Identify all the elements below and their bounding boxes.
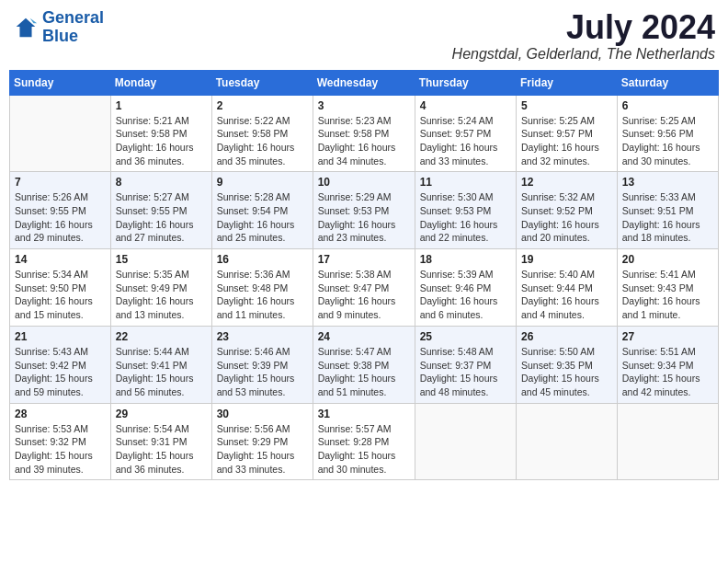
- day-number: 26: [521, 330, 612, 343]
- header-wednesday: Wednesday: [313, 70, 415, 95]
- day-cell: 22Sunrise: 5:44 AM Sunset: 9:41 PM Dayli…: [110, 326, 211, 403]
- day-number: 21: [15, 330, 106, 343]
- day-cell: 6Sunrise: 5:25 AM Sunset: 9:56 PM Daylig…: [617, 95, 718, 172]
- day-info: Sunrise: 5:25 AM Sunset: 9:56 PM Dayligh…: [622, 114, 713, 168]
- day-number: 7: [15, 176, 106, 189]
- day-cell: 25Sunrise: 5:48 AM Sunset: 9:37 PM Dayli…: [415, 326, 516, 403]
- day-info: Sunrise: 5:46 AM Sunset: 9:39 PM Dayligh…: [217, 345, 308, 399]
- header-thursday: Thursday: [415, 70, 516, 95]
- page-header: General Blue July 2024 Hengstdal, Gelder…: [9, 9, 719, 63]
- week-row-2: 14Sunrise: 5:34 AM Sunset: 9:50 PM Dayli…: [10, 249, 719, 327]
- day-info: Sunrise: 5:34 AM Sunset: 9:50 PM Dayligh…: [15, 268, 106, 322]
- day-number: 19: [521, 253, 612, 266]
- day-number: 14: [15, 253, 106, 266]
- day-cell: 18Sunrise: 5:39 AM Sunset: 9:46 PM Dayli…: [415, 249, 516, 327]
- logo-line2: Blue: [42, 27, 78, 45]
- day-info: Sunrise: 5:44 AM Sunset: 9:41 PM Dayligh…: [116, 345, 207, 399]
- week-row-0: 1Sunrise: 5:21 AM Sunset: 9:58 PM Daylig…: [10, 95, 719, 172]
- day-number: 12: [521, 176, 612, 189]
- day-number: 18: [420, 253, 511, 266]
- header-friday: Friday: [517, 70, 618, 95]
- day-cell: 30Sunrise: 5:56 AM Sunset: 9:29 PM Dayli…: [211, 403, 313, 480]
- day-info: Sunrise: 5:53 AM Sunset: 9:32 PM Dayligh…: [15, 422, 106, 477]
- day-number: 8: [116, 176, 207, 189]
- day-number: 4: [420, 99, 511, 112]
- day-number: 5: [521, 99, 612, 112]
- day-number: 27: [622, 330, 713, 343]
- day-cell: 24Sunrise: 5:47 AM Sunset: 9:38 PM Dayli…: [313, 326, 415, 403]
- day-info: Sunrise: 5:35 AM Sunset: 9:49 PM Dayligh…: [116, 268, 207, 322]
- day-cell: 28Sunrise: 5:53 AM Sunset: 9:32 PM Dayli…: [10, 403, 111, 480]
- day-info: Sunrise: 5:22 AM Sunset: 9:58 PM Dayligh…: [217, 114, 308, 168]
- day-number: 16: [217, 253, 308, 266]
- week-row-1: 7Sunrise: 5:26 AM Sunset: 9:55 PM Daylig…: [10, 172, 719, 249]
- day-number: 24: [318, 330, 410, 343]
- day-cell: 1Sunrise: 5:21 AM Sunset: 9:58 PM Daylig…: [110, 95, 211, 172]
- day-cell: 10Sunrise: 5:29 AM Sunset: 9:53 PM Dayli…: [313, 172, 415, 249]
- day-info: Sunrise: 5:39 AM Sunset: 9:46 PM Dayligh…: [420, 268, 511, 322]
- logo-text: General Blue: [42, 9, 104, 46]
- day-info: Sunrise: 5:57 AM Sunset: 9:28 PM Dayligh…: [318, 422, 410, 477]
- day-cell: 23Sunrise: 5:46 AM Sunset: 9:39 PM Dayli…: [211, 326, 313, 403]
- title-area: July 2024 Hengstdal, Gelderland, The Net…: [452, 9, 715, 63]
- day-cell: 19Sunrise: 5:40 AM Sunset: 9:44 PM Dayli…: [517, 249, 618, 327]
- day-cell: 16Sunrise: 5:36 AM Sunset: 9:48 PM Dayli…: [211, 249, 313, 327]
- day-info: Sunrise: 5:36 AM Sunset: 9:48 PM Dayligh…: [217, 268, 308, 322]
- day-number: 20: [622, 253, 713, 266]
- day-cell: [517, 403, 618, 480]
- day-number: 22: [116, 330, 207, 343]
- day-info: Sunrise: 5:26 AM Sunset: 9:55 PM Dayligh…: [15, 190, 106, 245]
- day-cell: [10, 95, 111, 172]
- month-title: July 2024: [452, 9, 715, 46]
- day-info: Sunrise: 5:48 AM Sunset: 9:37 PM Dayligh…: [420, 345, 511, 399]
- day-info: Sunrise: 5:47 AM Sunset: 9:38 PM Dayligh…: [318, 345, 410, 399]
- day-info: Sunrise: 5:21 AM Sunset: 9:58 PM Dayligh…: [116, 114, 207, 168]
- day-number: 31: [318, 408, 410, 420]
- day-cell: 27Sunrise: 5:51 AM Sunset: 9:34 PM Dayli…: [617, 326, 718, 403]
- day-info: Sunrise: 5:38 AM Sunset: 9:47 PM Dayligh…: [318, 268, 410, 322]
- day-number: 28: [15, 408, 106, 420]
- week-row-4: 28Sunrise: 5:53 AM Sunset: 9:32 PM Dayli…: [10, 403, 719, 480]
- day-info: Sunrise: 5:33 AM Sunset: 9:51 PM Dayligh…: [622, 190, 713, 245]
- day-cell: 4Sunrise: 5:24 AM Sunset: 9:57 PM Daylig…: [415, 95, 516, 172]
- day-number: 17: [318, 253, 410, 266]
- day-number: 15: [116, 253, 207, 266]
- day-number: 10: [318, 176, 410, 189]
- day-number: 6: [622, 99, 713, 112]
- header-sunday: Sunday: [10, 70, 111, 95]
- header-saturday: Saturday: [617, 70, 718, 95]
- day-cell: 7Sunrise: 5:26 AM Sunset: 9:55 PM Daylig…: [10, 172, 111, 249]
- day-info: Sunrise: 5:56 AM Sunset: 9:29 PM Dayligh…: [217, 422, 308, 477]
- header-tuesday: Tuesday: [211, 70, 313, 95]
- day-cell: 26Sunrise: 5:50 AM Sunset: 9:35 PM Dayli…: [517, 326, 618, 403]
- logo: General Blue: [13, 9, 104, 46]
- day-cell: 3Sunrise: 5:23 AM Sunset: 9:58 PM Daylig…: [313, 95, 415, 172]
- day-info: Sunrise: 5:32 AM Sunset: 9:52 PM Dayligh…: [521, 190, 612, 245]
- location-title: Hengstdal, Gelderland, The Netherlands: [452, 46, 715, 63]
- day-info: Sunrise: 5:40 AM Sunset: 9:44 PM Dayligh…: [521, 268, 612, 322]
- day-number: 29: [116, 408, 207, 420]
- day-info: Sunrise: 5:54 AM Sunset: 9:31 PM Dayligh…: [116, 422, 207, 477]
- day-cell: 15Sunrise: 5:35 AM Sunset: 9:49 PM Dayli…: [110, 249, 211, 327]
- day-number: 13: [622, 176, 713, 189]
- day-info: Sunrise: 5:24 AM Sunset: 9:57 PM Dayligh…: [420, 114, 511, 168]
- logo-icon: [13, 15, 39, 40]
- day-cell: [415, 403, 516, 480]
- day-info: Sunrise: 5:50 AM Sunset: 9:35 PM Dayligh…: [521, 345, 612, 399]
- day-cell: 31Sunrise: 5:57 AM Sunset: 9:28 PM Dayli…: [313, 403, 415, 480]
- day-info: Sunrise: 5:29 AM Sunset: 9:53 PM Dayligh…: [318, 190, 410, 245]
- day-cell: 21Sunrise: 5:43 AM Sunset: 9:42 PM Dayli…: [10, 326, 111, 403]
- day-info: Sunrise: 5:25 AM Sunset: 9:57 PM Dayligh…: [521, 114, 612, 168]
- logo-line1: General: [42, 8, 104, 27]
- day-cell: 20Sunrise: 5:41 AM Sunset: 9:43 PM Dayli…: [617, 249, 718, 327]
- day-cell: 14Sunrise: 5:34 AM Sunset: 9:50 PM Dayli…: [10, 249, 111, 327]
- week-row-3: 21Sunrise: 5:43 AM Sunset: 9:42 PM Dayli…: [10, 326, 719, 403]
- day-cell: [617, 403, 718, 480]
- day-info: Sunrise: 5:23 AM Sunset: 9:58 PM Dayligh…: [318, 114, 410, 168]
- header-row: SundayMondayTuesdayWednesdayThursdayFrid…: [10, 70, 719, 95]
- day-number: 2: [217, 99, 308, 112]
- calendar-table: SundayMondayTuesdayWednesdayThursdayFrid…: [9, 70, 719, 481]
- day-cell: 29Sunrise: 5:54 AM Sunset: 9:31 PM Dayli…: [110, 403, 211, 480]
- day-info: Sunrise: 5:27 AM Sunset: 9:55 PM Dayligh…: [116, 190, 207, 245]
- day-number: 11: [420, 176, 511, 189]
